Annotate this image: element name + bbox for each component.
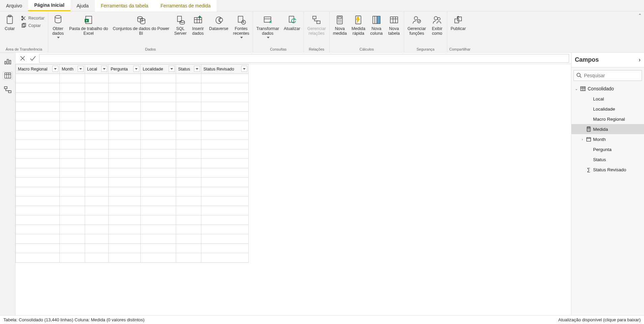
table-cell[interactable] xyxy=(176,112,201,121)
fields-field-row[interactable]: Macro Regional xyxy=(571,114,644,124)
table-row[interactable] xyxy=(16,93,249,102)
table-cell[interactable] xyxy=(141,178,176,187)
formula-cancel-button[interactable] xyxy=(19,55,26,62)
table-cell[interactable] xyxy=(141,215,176,225)
new-measure-button[interactable]: Nova medida xyxy=(332,13,348,36)
report-view-button[interactable] xyxy=(3,57,12,65)
table-cell[interactable] xyxy=(16,149,60,159)
table-cell[interactable] xyxy=(85,112,109,121)
table-cell[interactable] xyxy=(201,197,249,206)
status-update-available[interactable]: Atualização disponível (clique para baix… xyxy=(558,317,641,322)
table-cell[interactable] xyxy=(176,102,201,112)
table-cell[interactable] xyxy=(109,140,141,149)
table-cell[interactable] xyxy=(141,244,176,253)
table-cell[interactable] xyxy=(176,93,201,102)
table-cell[interactable] xyxy=(16,234,60,244)
table-cell[interactable] xyxy=(85,121,109,130)
table-cell[interactable] xyxy=(141,149,176,159)
table-cell[interactable] xyxy=(16,83,60,93)
collapse-fields-icon[interactable]: › xyxy=(639,56,641,63)
table-cell[interactable] xyxy=(201,225,249,234)
table-cell[interactable] xyxy=(176,121,201,130)
table-cell[interactable] xyxy=(201,112,249,121)
column-header[interactable]: Macro Regional xyxy=(16,64,60,74)
table-cell[interactable] xyxy=(141,197,176,206)
column-filter-button[interactable] xyxy=(101,66,107,72)
table-cell[interactable] xyxy=(176,197,201,206)
table-cell[interactable] xyxy=(176,187,201,197)
table-cell[interactable] xyxy=(60,140,85,149)
table-cell[interactable] xyxy=(85,130,109,140)
manage-roles-button[interactable]: Gerenciar funções xyxy=(406,13,427,36)
table-cell[interactable] xyxy=(16,112,60,121)
table-cell[interactable] xyxy=(85,102,109,112)
table-row[interactable] xyxy=(16,178,249,187)
table-cell[interactable] xyxy=(85,197,109,206)
column-filter-button[interactable] xyxy=(78,66,84,72)
column-header[interactable]: Month xyxy=(60,64,85,74)
new-table-button[interactable]: Nova tabela xyxy=(386,13,402,36)
fields-field-row[interactable]: Pergunta xyxy=(571,144,644,154)
table-cell[interactable] xyxy=(85,83,109,93)
table-row[interactable] xyxy=(16,121,249,130)
column-filter-button[interactable] xyxy=(241,66,247,72)
column-header[interactable]: Local xyxy=(85,64,109,74)
column-filter-button[interactable] xyxy=(169,66,175,72)
table-cell[interactable] xyxy=(60,197,85,206)
table-cell[interactable] xyxy=(201,102,249,112)
table-cell[interactable] xyxy=(60,149,85,159)
table-cell[interactable] xyxy=(85,244,109,253)
table-cell[interactable] xyxy=(60,178,85,187)
refresh-button[interactable]: Atualizar xyxy=(282,13,302,31)
table-cell[interactable] xyxy=(60,187,85,197)
table-row[interactable] xyxy=(16,206,249,215)
table-cell[interactable] xyxy=(60,112,85,121)
table-cell[interactable] xyxy=(85,253,109,263)
fields-field-row[interactable]: ∑Status Revisado xyxy=(571,165,644,175)
collapse-ribbon-button[interactable]: ⌃ xyxy=(638,13,642,18)
fields-field-row[interactable]: Local xyxy=(571,94,644,104)
column-header[interactable]: Status Revisado xyxy=(201,64,249,74)
table-cell[interactable] xyxy=(16,130,60,140)
table-cell[interactable] xyxy=(109,130,141,140)
pbi-datasets-button[interactable]: Conjuntos de dados do Power BI xyxy=(111,13,170,36)
table-cell[interactable] xyxy=(201,130,249,140)
column-header[interactable]: Status xyxy=(176,64,201,74)
table-cell[interactable] xyxy=(141,225,176,234)
table-cell[interactable] xyxy=(176,74,201,83)
table-cell[interactable] xyxy=(176,130,201,140)
data-grid-wrap[interactable]: Macro RegionalMonthLocalPerguntaLocalida… xyxy=(16,64,571,315)
table-cell[interactable] xyxy=(201,244,249,253)
table-cell[interactable] xyxy=(109,102,141,112)
fields-field-row[interactable]: Status xyxy=(571,154,644,165)
table-cell[interactable] xyxy=(60,244,85,253)
table-cell[interactable] xyxy=(16,74,60,83)
table-cell[interactable] xyxy=(109,225,141,234)
table-cell[interactable] xyxy=(85,178,109,187)
table-cell[interactable] xyxy=(85,149,109,159)
table-cell[interactable] xyxy=(201,253,249,263)
table-cell[interactable] xyxy=(85,206,109,215)
table-cell[interactable] xyxy=(201,121,249,130)
model-view-button[interactable] xyxy=(3,86,12,94)
column-filter-button[interactable] xyxy=(133,66,139,72)
table-cell[interactable] xyxy=(176,215,201,225)
recent-sources-button[interactable]: Fontes recentes xyxy=(232,13,251,38)
table-cell[interactable] xyxy=(60,225,85,234)
table-cell[interactable] xyxy=(141,187,176,197)
table-cell[interactable] xyxy=(201,187,249,197)
sql-server-button[interactable]: SQL Server xyxy=(173,13,188,36)
table-cell[interactable] xyxy=(201,215,249,225)
fields-field-row[interactable]: ›Month xyxy=(571,134,644,144)
table-row[interactable] xyxy=(16,112,249,121)
table-cell[interactable] xyxy=(201,206,249,215)
table-cell[interactable] xyxy=(60,234,85,244)
tab-arquivo[interactable]: Arquivo xyxy=(0,0,28,11)
table-cell[interactable] xyxy=(16,102,60,112)
table-row[interactable] xyxy=(16,234,249,244)
transform-data-button[interactable]: Transformar dados xyxy=(255,13,281,38)
table-cell[interactable] xyxy=(141,168,176,178)
table-row[interactable] xyxy=(16,102,249,112)
table-row[interactable] xyxy=(16,253,249,263)
table-cell[interactable] xyxy=(16,253,60,263)
